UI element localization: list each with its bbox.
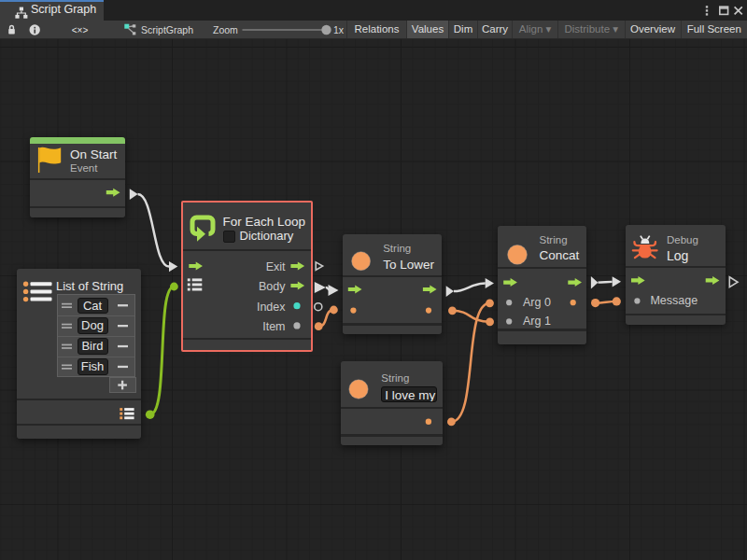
svg-text:<×>: <×>: [72, 25, 89, 35]
